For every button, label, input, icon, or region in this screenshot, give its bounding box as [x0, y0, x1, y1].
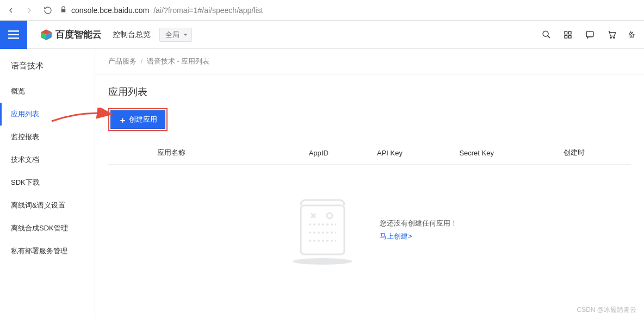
sidebar-item-offline-nlu[interactable]: 离线词&语义设置	[0, 194, 95, 217]
breadcrumb-separator: /	[141, 57, 143, 65]
breadcrumb-current: 语音技术 - 应用列表	[147, 57, 210, 65]
watermark: CSDN @冰履踏青云	[577, 305, 636, 315]
svg-point-7	[543, 31, 548, 36]
empty-create-link[interactable]: 马上创建>	[380, 232, 457, 241]
url-bar[interactable]: console.bce.baidu.com/ai/?fromai=1#/ai/s…	[60, 6, 640, 15]
svg-rect-1	[8, 34, 19, 35]
sidebar-item-offline-tts[interactable]: 离线合成SDK管理	[0, 217, 95, 240]
back-button[interactable]	[4, 4, 17, 17]
svg-point-14	[613, 37, 614, 38]
message-icon[interactable]	[585, 30, 595, 40]
svg-rect-11	[568, 35, 571, 38]
brand-name: 百度智能云	[55, 28, 102, 41]
svg-rect-8	[565, 32, 567, 34]
backup-link[interactable]: 备	[628, 30, 635, 40]
search-icon[interactable]	[541, 30, 551, 40]
sidebar-item-sdk[interactable]: SDK下载	[0, 171, 95, 194]
header-actions: 备	[541, 30, 644, 40]
svg-rect-2	[8, 37, 19, 39]
browser-chrome: console.bce.baidu.com/ai/?fromai=1#/ai/s…	[0, 0, 644, 21]
create-button-highlight: ＋ 创建应用	[108, 108, 168, 131]
col-secret-key: Secret Key	[455, 141, 559, 165]
sidebar-item-private-deploy[interactable]: 私有部署服务管理	[0, 240, 95, 262]
main-layout: 语音技术 概览 应用列表 监控报表 技术文档 SDK下载 离线词&语义设置 离线…	[0, 49, 644, 319]
app-table: 应用名称 AppID API Key Secret Key 创建时	[108, 141, 631, 165]
console-title[interactable]: 控制台总览	[113, 30, 151, 40]
sidebar-item-overview[interactable]: 概览	[0, 80, 95, 103]
url-host: console.bce.baidu.com	[71, 6, 149, 15]
create-button-label: 创建应用	[129, 115, 157, 124]
scope-value: 全局	[165, 30, 179, 39]
app-header: 百度智能云 控制台总览 全局 备	[0, 21, 644, 49]
empty-illustration-icon	[282, 192, 363, 268]
svg-rect-0	[8, 30, 19, 32]
breadcrumb: 产品服务 / 语音技术 - 应用列表	[95, 49, 644, 74]
sidebar: 语音技术 概览 应用列表 监控报表 技术文档 SDK下载 离线词&语义设置 离线…	[0, 49, 95, 319]
menu-toggle[interactable]	[0, 21, 27, 49]
col-app-id: AppID	[305, 141, 373, 165]
empty-text-block: 您还没有创建任何应用！ 马上创建>	[380, 218, 457, 241]
col-app-name: 应用名称	[108, 141, 305, 165]
reload-button[interactable]	[41, 4, 54, 17]
lock-icon	[60, 6, 67, 15]
scope-selector[interactable]: 全局	[159, 28, 192, 42]
svg-point-13	[610, 37, 611, 38]
forward-button[interactable]	[23, 4, 36, 17]
svg-rect-12	[586, 32, 593, 37]
breadcrumb-root[interactable]: 产品服务	[108, 57, 137, 65]
svg-point-20	[327, 213, 332, 218]
sidebar-group-title: 语音技术	[0, 50, 95, 80]
main-content: 产品服务 / 语音技术 - 应用列表 应用列表 ＋ 创建应用 应用名称 AppI…	[95, 49, 644, 319]
apps-icon[interactable]	[563, 30, 573, 40]
empty-state: 您还没有创建任何应用！ 马上创建>	[108, 165, 631, 279]
create-app-button[interactable]: ＋ 创建应用	[110, 110, 165, 129]
svg-rect-9	[568, 32, 571, 34]
brand-logo[interactable]: 百度智能云	[40, 28, 102, 41]
sidebar-item-app-list[interactable]: 应用列表	[0, 103, 95, 126]
sidebar-item-monitor[interactable]: 监控报表	[0, 126, 95, 148]
svg-point-15	[293, 258, 352, 265]
svg-rect-10	[565, 35, 567, 38]
url-path: /ai/?fromai=1#/ai/speech/app/list	[153, 6, 263, 15]
col-created: 创建时	[559, 141, 631, 165]
plus-icon: ＋	[119, 116, 127, 124]
col-api-key: API Key	[373, 141, 455, 165]
page-title: 应用列表	[108, 74, 631, 108]
logo-icon	[40, 29, 52, 41]
sidebar-item-docs[interactable]: 技术文档	[0, 148, 95, 171]
empty-message: 您还没有创建任何应用！	[380, 219, 457, 227]
cart-icon[interactable]	[606, 30, 616, 40]
svg-rect-16	[301, 205, 344, 254]
